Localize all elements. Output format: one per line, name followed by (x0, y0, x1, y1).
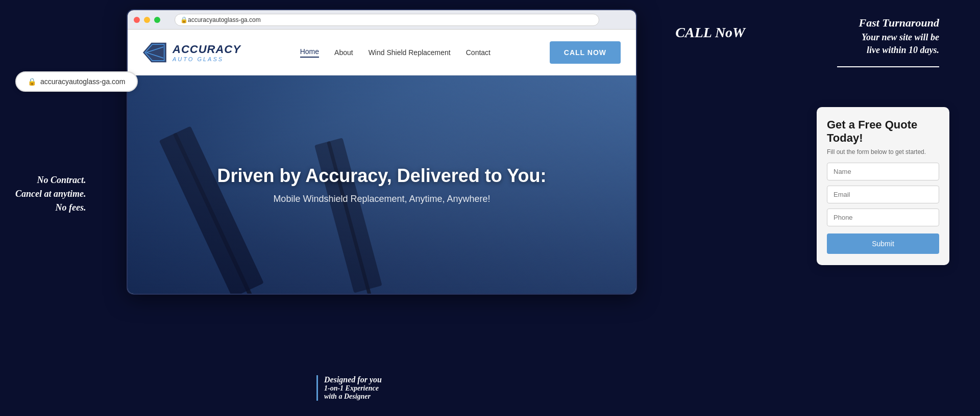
floating-address-text: accuracyautoglass-ga.com (40, 77, 126, 86)
annotation-designed: Designed for you (324, 375, 382, 384)
annotation-no-fees: No fees. (15, 201, 86, 215)
annotation-designer: with a Designer (324, 393, 382, 401)
browser-chrome: 🔒 accuracyautoglass-ga.com (128, 10, 636, 30)
annotation-site-live-line2: live within 10 days. (859, 44, 939, 57)
website-content: ACCURACY AUTO GLASS Home About Wind Shie… (128, 30, 636, 294)
address-lock-icon: 🔒 (28, 77, 36, 86)
bottom-annotation: Designed for you 1-on-1 Experience with … (316, 375, 382, 401)
annotation-no-contract: No Contract. (15, 173, 86, 187)
call-now-annotation: CALL NoW (675, 24, 745, 41)
nav-about[interactable]: About (334, 48, 353, 57)
hero-title: Driven by Accuracy, Delivered to You: (217, 165, 547, 187)
submit-button[interactable]: Submit (827, 233, 939, 254)
hero-subtitle: Mobile Windshield Replacement, Anytime, … (217, 194, 547, 204)
left-annotation: No Contract. Cancel at anytime. No fees. (15, 173, 86, 215)
nav-contact[interactable]: Contact (466, 48, 491, 57)
annotation-1on1: 1-on-1 Experience (324, 384, 382, 393)
logo-svg (143, 42, 168, 63)
lock-icon: 🔒 (180, 16, 188, 23)
browser-dot-red[interactable] (134, 17, 140, 23)
logo-area: ACCURACY AUTO GLASS (143, 42, 241, 63)
hero-text: Driven by Accuracy, Delivered to You: Mo… (217, 165, 547, 204)
phone-input[interactable] (827, 209, 939, 226)
nav-links: Home About Wind Shield Replacement Conta… (300, 47, 491, 58)
browser-dot-yellow[interactable] (144, 17, 150, 23)
top-right-divider (837, 66, 939, 67)
nav-home[interactable]: Home (300, 47, 319, 58)
top-right-annotation: Fast Turnaround Your new site will be li… (859, 15, 939, 57)
email-input[interactable] (827, 186, 939, 203)
annotation-site-live-line1: Your new site will be (859, 31, 939, 44)
name-input[interactable] (827, 163, 939, 180)
quote-card: Get a Free Quote Today! Fill out the for… (817, 107, 949, 265)
nav-windshield[interactable]: Wind Shield Replacement (369, 48, 451, 57)
browser-mockup: 🔒 accuracyautoglass-ga.com ACCURACY AUTO… (127, 9, 637, 295)
logo-brand: ACCURACY (173, 43, 241, 56)
address-bar[interactable]: 🔒 accuracyautoglass-ga.com (175, 14, 599, 26)
hero-section: Driven by Accuracy, Delivered to You: Mo… (128, 75, 636, 294)
annotation-fast-turnaround: Fast Turnaround (859, 15, 939, 31)
nav-bar: ACCURACY AUTO GLASS Home About Wind Shie… (128, 30, 636, 75)
logo-sub: AUTO GLASS (173, 56, 241, 62)
logo-text: ACCURACY AUTO GLASS (173, 43, 241, 62)
call-now-annotation-text: CALL NoW (675, 24, 745, 40)
floating-address-bar[interactable]: 🔒 accuracyautoglass-ga.com (15, 71, 138, 92)
browser-dot-green[interactable] (154, 17, 160, 23)
quote-card-title: Get a Free Quote Today! (827, 118, 939, 145)
annotation-cancel: Cancel at anytime. (15, 187, 86, 201)
quote-card-subtitle: Fill out the form below to get started. (827, 148, 939, 155)
call-now-button[interactable]: CALL NOW (550, 41, 621, 64)
address-text: accuracyautoglass-ga.com (188, 16, 261, 23)
